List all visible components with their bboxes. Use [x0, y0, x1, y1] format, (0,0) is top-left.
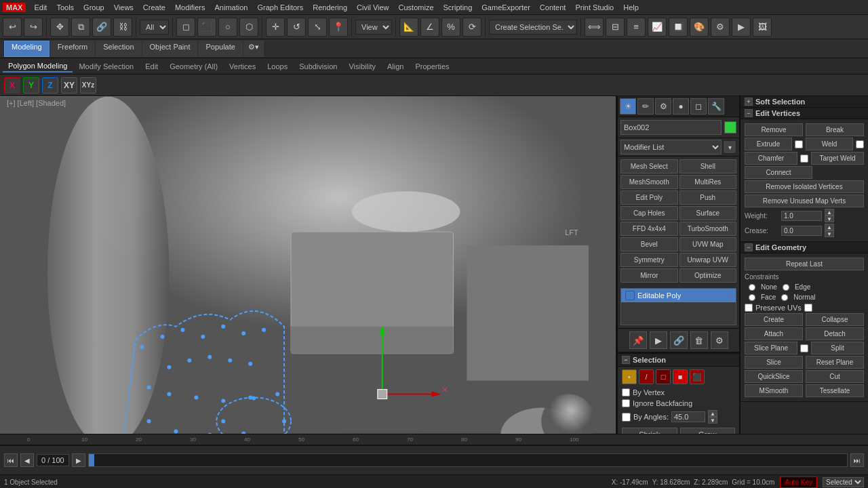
- ignore-backfacing-checkbox[interactable]: [622, 399, 630, 407]
- spinner-snap[interactable]: ⟳: [462, 18, 481, 37]
- collapse-button[interactable]: Collapse: [806, 313, 864, 326]
- mod-mirror[interactable]: Mirror: [620, 268, 678, 283]
- remove-unused-button[interactable]: Remove Unused Map Verts: [745, 195, 864, 207]
- timeline-thumb[interactable]: [89, 454, 94, 466]
- menu-customize[interactable]: Customize: [395, 2, 438, 13]
- mod-bevel[interactable]: Bevel: [620, 237, 678, 251]
- redo-button[interactable]: ↪: [24, 18, 43, 37]
- mirror-button[interactable]: ⟺: [585, 18, 604, 37]
- icon-tab-hierarchy[interactable]: ⚙: [655, 98, 671, 115]
- key-mode-dropdown[interactable]: Selected: [823, 477, 864, 487]
- constraint-face-radio[interactable]: [749, 294, 755, 301]
- ribbon-align[interactable]: Align: [382, 61, 409, 72]
- render-button[interactable]: ▶: [732, 18, 751, 37]
- align-button[interactable]: ⊟: [606, 18, 625, 37]
- axis-xyz-button[interactable]: XYz: [80, 77, 96, 94]
- nav-pin[interactable]: 📌: [629, 331, 647, 349]
- nav-delete[interactable]: 🗑: [690, 331, 708, 349]
- weld-checkbox[interactable]: [856, 140, 864, 148]
- split-button[interactable]: Split: [811, 342, 864, 354]
- angle-up[interactable]: ▲: [708, 410, 717, 417]
- menu-civil-view[interactable]: Civil View: [353, 2, 393, 13]
- axis-y-button[interactable]: Y: [23, 77, 39, 94]
- mod-push[interactable]: Push: [679, 190, 737, 205]
- menu-graph-editors[interactable]: Graph Editors: [253, 2, 307, 13]
- menu-animation[interactable]: Animation: [211, 2, 252, 13]
- prev-frame-button[interactable]: ◀: [20, 453, 34, 467]
- break-button[interactable]: Break: [806, 123, 864, 136]
- menu-scripting[interactable]: Scripting: [439, 2, 477, 13]
- mod-multires[interactable]: MultiRes: [679, 175, 737, 189]
- reset-plane-button[interactable]: Reset Plane: [806, 356, 864, 369]
- cut-button[interactable]: Cut: [806, 370, 864, 383]
- nav-link[interactable]: 🔗: [670, 331, 688, 349]
- repeat-last-button[interactable]: Repeat Last: [745, 258, 864, 270]
- icon-tab-motion[interactable]: ●: [673, 98, 689, 115]
- chamfer-checkbox[interactable]: [800, 155, 808, 163]
- edit-vertices-toggle[interactable]: −: [745, 109, 753, 117]
- scale-button[interactable]: ⤡: [308, 18, 327, 37]
- unlink-button[interactable]: ⛓: [113, 18, 132, 37]
- menu-help[interactable]: Help: [619, 2, 643, 13]
- stack-item-close[interactable]: ✕: [726, 291, 732, 300]
- menu-modifiers[interactable]: Modifiers: [171, 2, 210, 13]
- tab-populate[interactable]: Populate: [198, 41, 242, 57]
- crease-up[interactable]: ▲: [825, 224, 834, 230]
- axis-z-button[interactable]: Z: [42, 77, 58, 94]
- quick-slice-button[interactable]: QuickSlice: [745, 370, 803, 383]
- link-button[interactable]: 🔗: [92, 18, 111, 37]
- mod-mesh-select[interactable]: Mesh Select: [620, 159, 678, 174]
- select-region-circ[interactable]: ○: [218, 18, 237, 37]
- select-button[interactable]: ✥: [50, 18, 69, 37]
- tab-freeform[interactable]: Freeform: [50, 41, 96, 57]
- ribbon-polygon-modeling[interactable]: Polygon Modeling: [3, 60, 73, 73]
- object-color-swatch[interactable]: [724, 121, 736, 134]
- by-vertex-checkbox[interactable]: [622, 388, 630, 396]
- menu-tools[interactable]: Tools: [52, 2, 78, 13]
- split-checkbox[interactable]: [800, 344, 808, 352]
- angle-down[interactable]: ▼: [708, 417, 717, 424]
- menu-rendering[interactable]: Rendering: [309, 2, 351, 13]
- mod-surface[interactable]: Surface: [679, 206, 737, 220]
- menu-edit[interactable]: Edit: [30, 2, 51, 13]
- nav-prev[interactable]: ▶: [650, 331, 667, 349]
- viewport[interactable]: [+] [Left] [Shaded]: [0, 96, 617, 434]
- play-forward-button[interactable]: ⏭: [850, 453, 864, 467]
- extra-options[interactable]: ⚙▾: [243, 41, 264, 57]
- soft-selection-toggle[interactable]: +: [745, 98, 753, 106]
- select-region-button[interactable]: ⧉: [71, 18, 90, 37]
- material-button[interactable]: 🎨: [690, 18, 709, 37]
- mod-optimize[interactable]: Optimize: [679, 268, 737, 283]
- nav-configure[interactable]: ⚙: [711, 331, 728, 349]
- slice-plane-button[interactable]: Slice Plane: [745, 342, 797, 354]
- grow-button[interactable]: Grow: [680, 428, 736, 434]
- axis-xy-button[interactable]: XY: [61, 77, 77, 94]
- by-angles-checkbox[interactable]: [622, 413, 631, 422]
- place-button[interactable]: 📍: [329, 18, 348, 37]
- view-dropdown[interactable]: View: [355, 20, 392, 35]
- ribbon-properties[interactable]: Properties: [410, 61, 454, 72]
- preserve-uvs-checkbox2[interactable]: [804, 304, 812, 312]
- ribbon-vertices[interactable]: Vertices: [224, 61, 261, 72]
- timeline-scrubber[interactable]: [88, 453, 848, 467]
- mod-shell[interactable]: Shell: [679, 159, 737, 174]
- detach-button[interactable]: Detach: [806, 327, 864, 340]
- sel-polygon-icon[interactable]: ■: [673, 369, 688, 384]
- select-region-fence[interactable]: ⬡: [239, 18, 258, 37]
- menu-content[interactable]: Content: [536, 2, 570, 13]
- tessellate-button[interactable]: Tessellate: [806, 384, 864, 397]
- render-frame-button[interactable]: 🖼: [753, 18, 772, 37]
- tab-selection[interactable]: Selection: [96, 41, 141, 57]
- mod-meshsmooth[interactable]: MeshSmooth: [620, 175, 678, 189]
- mod-uvw-map[interactable]: UVW Map: [679, 237, 737, 251]
- next-frame-button[interactable]: ▶: [72, 453, 85, 467]
- constraint-normal-radio[interactable]: [781, 294, 788, 301]
- weld-button[interactable]: Weld: [806, 138, 853, 150]
- mod-edit-poly[interactable]: Edit Poly: [620, 190, 678, 205]
- schematic-button[interactable]: 🔲: [669, 18, 688, 37]
- menu-create[interactable]: Create: [139, 2, 170, 13]
- chamfer-button[interactable]: Chamfer: [745, 152, 797, 165]
- weight-down[interactable]: ▼: [825, 216, 834, 222]
- ribbon-loops[interactable]: Loops: [262, 61, 293, 72]
- layer-button[interactable]: ≡: [627, 18, 646, 37]
